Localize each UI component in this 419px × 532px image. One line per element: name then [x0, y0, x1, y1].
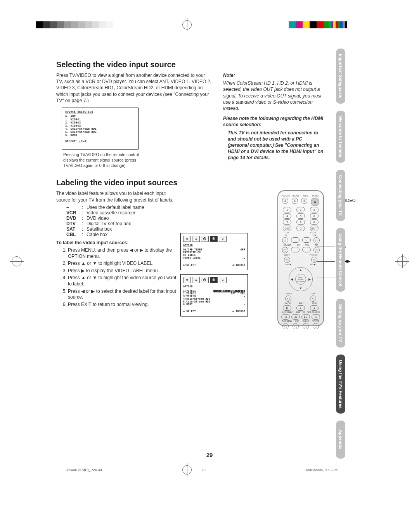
osd-caption: Pressing TV/VIDEO on the remote control … [63, 152, 141, 169]
remote-illustration: TV/VIDEORECALLMUTEPOWER⦿⦿⦿⏻1234567891000… [277, 190, 324, 326]
heading-labeling-sources: Labeling the video input sources [56, 178, 324, 187]
section-tab: Using the Remote Control [336, 228, 345, 292]
steps-heading: To label the video input sources: [56, 240, 177, 246]
note2-body: This TV is not intended for connection t… [223, 130, 324, 161]
footer-page: 29 [202, 468, 206, 472]
osd-footer: SELECT: (0-6) [65, 140, 135, 143]
registration-small [329, 21, 347, 28]
section-tab: Important Safeguards [336, 49, 345, 104]
section-tabs: Important SafeguardsWelcome to ToshibaCo… [336, 49, 345, 459]
page-content: Selecting the video input source Press T… [56, 60, 324, 326]
page-number: 29 [0, 452, 419, 458]
section-tab: Setting up your TV [336, 299, 345, 348]
note2-heading: Please note the following regarding the … [223, 115, 324, 128]
heading-selecting-source: Selecting the video input source [56, 60, 324, 69]
steps-list: Press MENU, and then press ◀ or ▶ to dis… [62, 247, 177, 308]
crosshair-icon [12, 256, 22, 266]
crosshair-icon [397, 256, 407, 266]
option-menu-1: ⊞♫⏱⎚↗OPTIONON/OFF TIMEROFFFAVORITE CHCH … [180, 233, 248, 270]
registration-greyscale [36, 21, 113, 28]
footer-timestamp: 18/01/2005, 9:50 AM [305, 468, 338, 472]
note-body: When ColorStream HD 1, HD 2, or HDMI is … [223, 80, 324, 111]
osd-title: SOURCE SELECTION [65, 110, 135, 113]
footer: J3S40121A(E)_P24-30 29 18/01/2005, 9:50 … [66, 468, 338, 472]
option-menu-2: ⊞♫⏱⎚↗OPTION1:VIDEO1– / VCR / DVD / DTV2:… [180, 274, 248, 316]
section-tab: Using the TV's Features [336, 355, 345, 414]
label-table: –:Uses the default label nameVCR:Video c… [66, 205, 177, 237]
footer-doc-id: J3S40121A(E)_P24-30 [66, 468, 102, 472]
note-heading: Note: [223, 72, 324, 78]
paragraph-labeling: The video label feature allows you to la… [56, 190, 177, 203]
osd-source-selection: SOURCE SELECTION 0. ANT1. VIDEO12. VIDEO… [62, 108, 139, 150]
section-tab: Welcome to Toshiba [336, 111, 345, 163]
section-tab: Connecting your TV [336, 170, 345, 221]
crosshair-icon [182, 20, 192, 30]
paragraph-selecting-source: Press TV/VIDEO to view a signal from ano… [56, 72, 211, 104]
